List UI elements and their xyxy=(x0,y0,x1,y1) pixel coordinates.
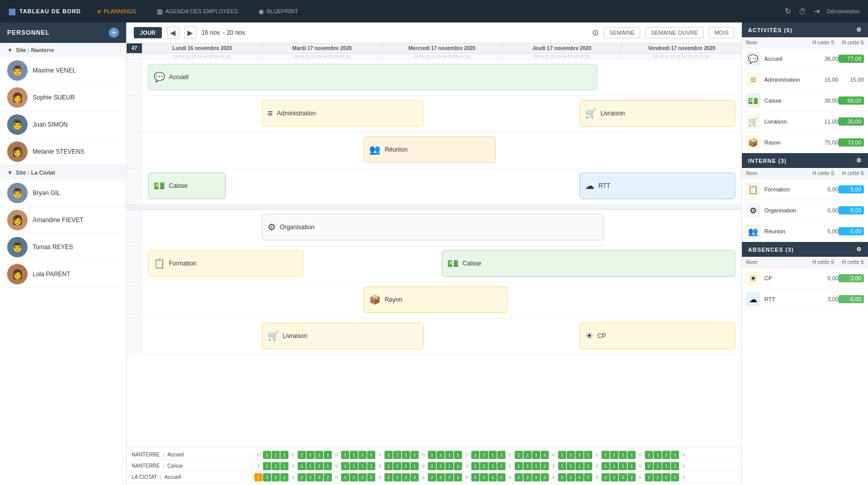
task-rayon-tomas[interactable]: 📦 Rayon xyxy=(364,286,508,313)
task-formation-amandine[interactable]: 📋 Formation xyxy=(148,250,304,277)
task-label-rtt: RTT xyxy=(598,182,610,189)
avatar-tomas: 👨 xyxy=(7,237,28,257)
stat-cell: 1 xyxy=(384,462,393,470)
activites-settings-icon[interactable]: ⚙ xyxy=(856,27,862,33)
interne-col-h2: H cette S xyxy=(834,171,864,176)
task-label-reunion: Réunion xyxy=(384,146,407,153)
add-person-button[interactable]: + xyxy=(109,28,119,38)
person-lola[interactable]: 👩 Lola PARENT xyxy=(0,261,126,288)
panel-name-formation: Formation xyxy=(764,186,813,192)
task-icon-livraison2: 🛒 xyxy=(268,330,279,342)
stat-cell: 2 xyxy=(445,473,453,481)
panel-h1-organisation: 0,00 xyxy=(813,207,838,213)
cal-row-sophie: ≡ Administration 🛒 Livraison xyxy=(127,96,741,132)
stat-cell: 0 xyxy=(636,473,644,481)
panel-h2-accueil: 77,00 xyxy=(838,55,864,63)
person-tomas[interactable]: 👨 Tomas REYES xyxy=(0,234,126,261)
t-09b: 09 10 11 12 13 14 15 16 17 18 xyxy=(262,54,382,59)
stat-cell: 1 xyxy=(575,462,584,470)
person-name-amandine: Amandine FIEVET xyxy=(33,216,83,224)
planner-header: JOUR ◀ ▶ 16 nov. - 20 nov. ⚙ SEMAINE SEM… xyxy=(127,22,741,43)
panel-name-caisse: Caisse xyxy=(764,98,813,104)
planner-settings-button[interactable]: ⚙ xyxy=(592,28,599,38)
stat-cell: 1 xyxy=(402,462,410,470)
task-caisse-amandine[interactable]: 💵 Caisse xyxy=(442,250,735,277)
panel-h1-rayon: 75,00 xyxy=(813,139,838,146)
stat-cell: 2 xyxy=(619,473,627,481)
semaine-view-button[interactable]: SEMAINE xyxy=(604,27,641,38)
stat-cell: 2 xyxy=(575,473,584,481)
t-09d: 09 10 11 12 13 14 15 16 17 18 xyxy=(502,54,622,59)
stat-cell: 0 xyxy=(254,451,262,459)
stat-cell: 1 xyxy=(610,462,618,470)
stat-cell: 0 xyxy=(463,473,471,481)
stat-label-nanterre-caisse: NANTERRE | Caisse xyxy=(127,463,253,469)
person-maxime[interactable]: 👨 Maxime VENEL xyxy=(0,57,126,84)
absences-settings-icon[interactable]: ⚙ xyxy=(856,246,862,253)
task-cp-lola[interactable]: ☀ CP xyxy=(580,323,735,349)
task-accueil-maxime[interactable]: 💬 Accueil xyxy=(148,64,598,90)
mois-view-button[interactable]: MOIS xyxy=(709,27,734,38)
person-juan[interactable]: 👨 Juan SIMON xyxy=(0,111,126,138)
task-organisation-bryan[interactable]: ⚙ Organisation xyxy=(262,214,604,240)
calendar-day-headers: 47 Lundi 16 novembre 2020 Mardi 17 novem… xyxy=(127,43,741,54)
panel-h1-administration: 16,00 xyxy=(813,77,838,83)
person-amandine[interactable]: 👩 Amandine FIEVET xyxy=(0,207,126,234)
brand: ▦ TABLEAU DE BORD xyxy=(8,7,81,16)
personnel-sidebar: PERSONNEL + ▼ Site : Nanterre 👨 Maxime V… xyxy=(0,22,127,485)
stat-cell: 1 xyxy=(575,451,584,459)
time-row: 09 10 11 12 13 14 15 16 17 18 09 10 11 1… xyxy=(127,54,741,60)
task-livraison-lola[interactable]: 🛒 Livraison xyxy=(262,323,424,349)
day-header-wed: Mercredi 17 novembre 2020 xyxy=(382,43,502,53)
panel-icon-caisse: 💵 xyxy=(746,93,760,108)
task-icon-livraison: 🛒 xyxy=(585,108,596,119)
stat-cell: 2 xyxy=(645,473,653,481)
panel-row-formation: 📋 Formation 0,00 5,00 xyxy=(742,179,868,200)
stat-cell: 1 xyxy=(619,462,627,470)
person-melanie[interactable]: 👩 Melanie STEVENS xyxy=(0,138,126,165)
stat-cell: 2 xyxy=(671,473,679,481)
absences-col-name: Nom xyxy=(746,259,805,265)
stat-cell: 2 xyxy=(628,473,636,481)
task-reunion-juan[interactable]: 👥 Réunion xyxy=(364,136,495,163)
refresh-icon[interactable]: ↻ xyxy=(785,7,791,16)
nav-blueprint[interactable]: ◉ BLUEPRINT xyxy=(254,6,302,17)
panel-row-rayon: 📦 Rayon 75,00 73,00 xyxy=(742,132,868,153)
stat-cell: 2 xyxy=(601,473,610,481)
task-caisse-melanie[interactable]: 💵 Caisse xyxy=(148,173,226,199)
logout-icon[interactable]: ⇥ xyxy=(813,7,820,16)
nav-plannings[interactable]: ≡ PLANNINGS xyxy=(93,6,140,17)
stat-cell: 0 xyxy=(680,451,688,459)
task-livraison-sophie[interactable]: 🛒 Livraison xyxy=(580,100,735,127)
interne-settings-icon[interactable]: ⚙ xyxy=(856,157,862,164)
stat-cell: 2 xyxy=(280,473,288,481)
nav-agenda[interactable]: ▦ AGENDA DES EMPLOYÉES xyxy=(153,6,242,17)
stat-cell: 2 xyxy=(341,473,349,481)
stat-cell: 1 xyxy=(558,462,566,470)
panel-h1-reunion: 5,00 xyxy=(813,228,838,234)
person-sophie[interactable]: 👩 Sophie SUEUR xyxy=(0,84,126,111)
panel-name-administration: Administration xyxy=(764,77,813,83)
stat-row-nanterre-accueil: NANTERRE | Accueil 011101111011110111101… xyxy=(127,449,741,460)
stat-cell: 1 xyxy=(272,451,280,459)
avatar-melanie: 👩 xyxy=(7,141,28,162)
person-bryan[interactable]: 👨 Bryan GIL xyxy=(0,180,126,207)
panel-row-livraison: 🛒 Livraison 11,00 30,00 xyxy=(742,111,868,132)
stat-cell: 1 xyxy=(532,451,540,459)
clock-icon[interactable]: ⏱ xyxy=(799,7,806,16)
logout-button[interactable]: Déconnexion xyxy=(827,8,860,14)
day-view-button[interactable]: JOUR xyxy=(134,27,162,38)
next-week-button[interactable]: ▶ xyxy=(184,27,197,39)
semaine-ouvre-view-button[interactable]: SEMAINE OUVRÉ xyxy=(645,27,704,38)
interne-table-header: Nom H cette S H cette S xyxy=(742,168,868,179)
stat-cell: 1 xyxy=(358,451,367,459)
stat-row-nanterre-caisse: NANTERRE | Caisse 0111011110111101111011… xyxy=(127,460,741,472)
interne-col-h1: H cette S xyxy=(805,171,834,176)
cal-row-maxime: 💬 Accueil xyxy=(127,60,741,96)
task-admin-sophie[interactable]: ≡ Administration xyxy=(262,100,424,127)
stat-cell: 1 xyxy=(393,451,401,459)
task-label-admin: Administration xyxy=(277,110,316,117)
stat-cell: 1 xyxy=(384,451,393,459)
task-rtt-melanie[interactable]: ☁ RTT xyxy=(580,173,735,199)
prev-week-button[interactable]: ◀ xyxy=(167,27,179,39)
